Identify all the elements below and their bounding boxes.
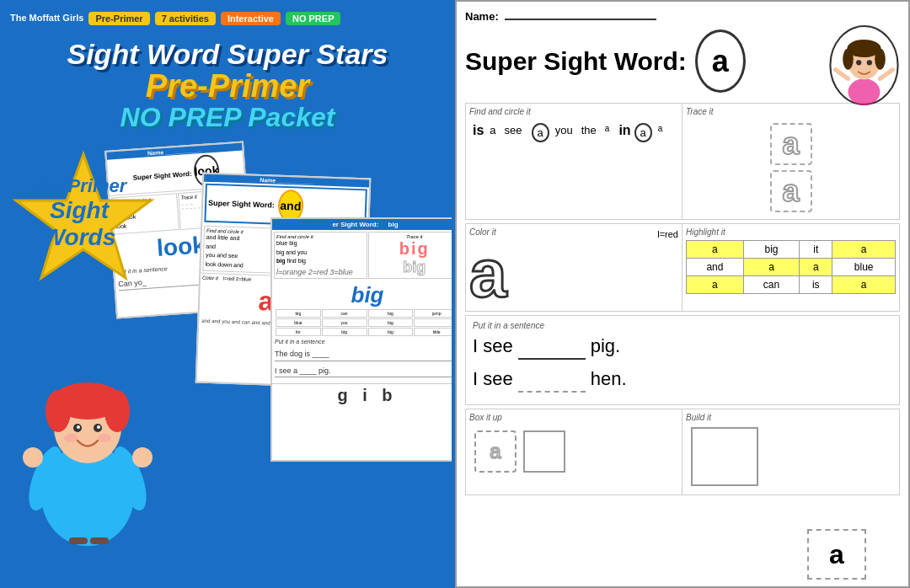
- badge-pre-primer: Pre-Primer: [88, 12, 149, 25]
- trace-cell: Trace it a a: [682, 104, 899, 219]
- color-cell: Color it l=red a: [466, 224, 682, 311]
- worksheet-big: er Sight Word: big Find and circle it bl…: [270, 217, 455, 462]
- word-see: see: [502, 123, 525, 142]
- svg-point-23: [843, 48, 854, 69]
- svg-point-5: [46, 390, 71, 432]
- name-underline: [505, 19, 656, 20]
- word-a3: a: [634, 123, 652, 142]
- star-container: Pre-Primer Sight Words: [12, 150, 155, 292]
- build-label: Build it: [686, 413, 896, 422]
- svg-point-15: [23, 447, 43, 468]
- svg-point-24: [875, 48, 886, 69]
- title-main: Sight Word Super Stars: [12, 39, 443, 70]
- sentence2-end: hen.: [591, 366, 627, 393]
- ws3-s1: The dog is ____: [275, 348, 455, 361]
- highlight-cell: Highlight it a big it a and a a blue a c…: [682, 224, 899, 311]
- badge-no-prep: NO PREP: [286, 12, 341, 25]
- color-key: l=red: [657, 229, 678, 239]
- find-label: Find and circle it: [469, 107, 678, 116]
- sentence1-end: pig.: [591, 334, 620, 360]
- box-it-cell: Box it up a: [466, 409, 682, 494]
- letter-oval: a: [695, 29, 746, 93]
- sentence2-start: I see: [473, 366, 513, 393]
- ws3-oval: big: [384, 220, 403, 229]
- svg-line-27: [836, 70, 848, 79]
- hl-is: is: [800, 276, 832, 294]
- word-in: in: [618, 123, 630, 142]
- ws3-word: big: [272, 281, 455, 309]
- sentence-section: Put it in a sentence I see pig. I see he…: [465, 315, 900, 405]
- dashed-box: a: [474, 430, 517, 473]
- svg-point-6: [104, 390, 130, 432]
- star-line1: Pre-Primer: [24, 175, 134, 197]
- svg-point-26: [867, 60, 872, 65]
- sentence1-start: I see: [473, 334, 513, 360]
- svg-point-16: [132, 447, 153, 468]
- ws3-find: Find and circle it blue big big and you …: [274, 232, 367, 279]
- word-a4: a: [656, 123, 666, 142]
- hl-a5: a: [687, 276, 744, 294]
- super-sight-word-title: Super Sight Word: a: [465, 29, 746, 93]
- bottom-float-box: a: [807, 529, 866, 580]
- build-it-cell: Build it: [682, 409, 899, 494]
- box-area: a: [469, 425, 678, 478]
- title-row: Super Sight Word: a: [465, 29, 900, 98]
- ws3-letters: g i b: [272, 383, 455, 405]
- color-highlight-row: Color it l=red a Highlight it a big it a…: [465, 223, 900, 312]
- word-you: you: [553, 123, 575, 142]
- brand-text: The Moffatt Girls: [10, 13, 83, 24]
- top-bar: The Moffatt Girls Pre-Primer 7 activitie…: [3, 3, 452, 34]
- ws3-body: Put it in a sentence The dog is ____ I s…: [272, 336, 455, 380]
- hl-can: can: [743, 276, 799, 294]
- hl-and: and: [687, 259, 744, 276]
- name-label: Name:: [465, 10, 656, 23]
- svg-rect-17: [69, 537, 88, 544]
- svg-point-9: [77, 425, 80, 429]
- build-box: [691, 427, 758, 486]
- blank-1: [518, 358, 586, 360]
- star-line3: Words: [24, 224, 134, 251]
- word-a-circled: a: [532, 123, 549, 142]
- trace-letter-1: a: [770, 123, 812, 165]
- svg-line-28: [881, 70, 893, 79]
- ws3-s2: I see a ____ pig.: [275, 365, 455, 377]
- highlight-table: a big it a and a a blue a can is a: [686, 240, 896, 294]
- big-letter-a: a: [469, 240, 678, 307]
- content-area: Pre-Primer Sight Words Name ___________ …: [3, 133, 452, 546]
- sentence-line-2: I see hen.: [473, 366, 892, 393]
- hl-a3: a: [743, 259, 799, 276]
- solid-box: [523, 430, 565, 473]
- left-panel: The Moffatt Girls Pre-Primer 7 activitie…: [0, 0, 455, 588]
- character-boy: [3, 310, 172, 546]
- word-is: is: [473, 123, 484, 142]
- hl-it: it: [800, 241, 832, 259]
- hl-big1: big: [743, 241, 799, 259]
- find-words-area: is a see a you the a in a a: [469, 120, 678, 146]
- ws3-header: er Sight Word: big: [272, 219, 455, 230]
- badge-interactive: Interactive: [221, 12, 281, 25]
- hl-a2: a: [832, 241, 896, 259]
- hl-a1: a: [687, 241, 744, 259]
- box-label: Box it up: [469, 413, 678, 422]
- ws3-trace: Trace it big big: [368, 232, 456, 279]
- character-girl: [828, 25, 900, 105]
- word-a2: a: [602, 123, 613, 142]
- star-line2: Sight: [24, 197, 134, 224]
- svg-point-20: [848, 78, 881, 105]
- svg-point-10: [97, 425, 100, 429]
- svg-point-12: [98, 434, 111, 442]
- sentence-label: Put it in a sentence: [473, 321, 892, 330]
- blank-2: [518, 391, 586, 393]
- trace-area: a a: [686, 120, 896, 216]
- title-section: Sight Word Super Stars Pre-Primer NO PRE…: [3, 34, 452, 133]
- find-circle-cell: Find and circle it is a see a you the a …: [466, 104, 682, 219]
- title-packet: NO PREP Packet: [12, 102, 443, 133]
- ws3-highlight: big can big jump blue you big for big bi…: [272, 309, 455, 336]
- svg-point-11: [64, 434, 78, 442]
- right-panel: Name: Super Sight Word: a: [455, 0, 910, 588]
- hl-a4: a: [800, 259, 832, 276]
- svg-rect-18: [90, 537, 109, 544]
- trace-label: Trace it: [686, 107, 896, 116]
- word-a1: a: [487, 123, 498, 142]
- word-the: the: [579, 123, 599, 142]
